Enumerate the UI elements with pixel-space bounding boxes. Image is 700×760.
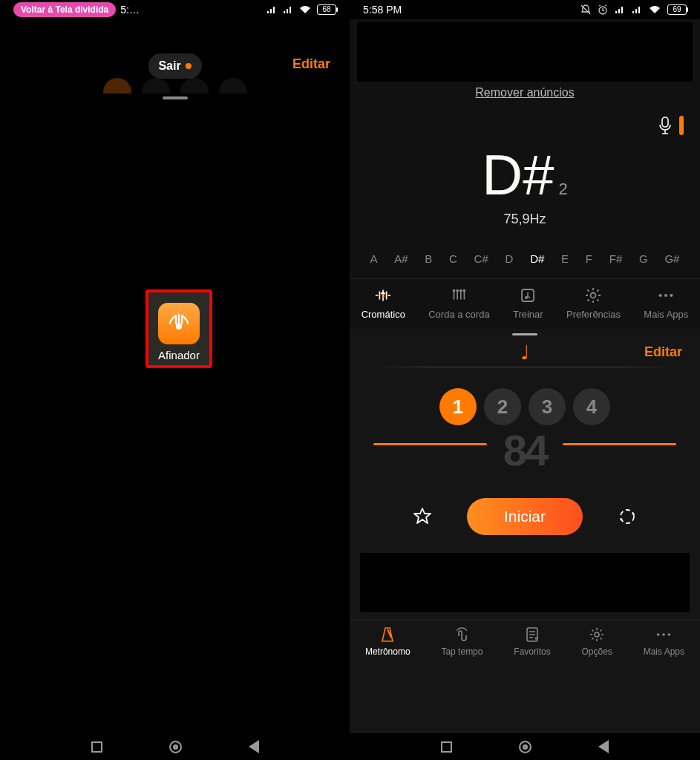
app-icon-highlight[interactable]: Afinador <box>145 289 212 368</box>
metro-tab-tap[interactable]: Tap tempo <box>441 626 483 657</box>
mic-level-meter <box>679 116 684 135</box>
note-strip-item[interactable]: C# <box>474 252 488 265</box>
wifi-icon <box>649 5 661 14</box>
signal-icon <box>266 5 277 14</box>
svg-point-13 <box>621 510 634 523</box>
start-button[interactable]: Iniciar <box>467 498 583 535</box>
svg-point-5 <box>459 289 462 292</box>
left-app-header: Sair Editar <box>0 19 350 64</box>
note-strip-item[interactable]: D <box>506 252 514 265</box>
exit-dot-icon <box>186 63 192 69</box>
split-screen-pill[interactable]: Voltar à Tela dividida <box>13 2 116 17</box>
left-pane: Voltar à Tela dividida 5:… 68 Sair Edita… <box>0 0 350 760</box>
note-strip-item[interactable]: G <box>639 252 648 265</box>
beat-2[interactable]: 2 <box>484 388 521 425</box>
app-icon-label: Afinador <box>158 349 200 361</box>
metro-tab-opc[interactable]: Opções <box>582 626 612 657</box>
home-button[interactable] <box>169 741 182 753</box>
svg-point-12 <box>670 294 673 297</box>
svg-text:#: # <box>382 292 385 300</box>
metro-tab-mais[interactable]: Mais Apps <box>644 626 684 657</box>
note-strip-item[interactable]: A <box>370 252 377 265</box>
tab-label: Treinar <box>513 309 543 320</box>
mais-icon <box>657 286 675 304</box>
note-strip-item[interactable]: E <box>561 252 569 265</box>
sync-button[interactable] <box>617 506 638 527</box>
tempo-value: 84 <box>503 425 547 475</box>
tab-label: Cromático <box>362 309 405 320</box>
favorite-button[interactable] <box>412 506 433 527</box>
tab-label: Mais Apps <box>644 646 684 657</box>
battery-icon: 69 <box>667 4 687 15</box>
note-strip-item[interactable]: B <box>425 252 432 265</box>
tuner-app-icon <box>158 303 200 344</box>
tab-label: Corda a corda <box>428 309 489 320</box>
alarm-icon <box>598 4 608 15</box>
svg-point-16 <box>657 633 660 636</box>
svg-point-6 <box>463 289 466 292</box>
svg-point-8 <box>525 296 528 299</box>
tuner-tab-bar: #CromáticoCorda a cordaTreinarPreferênci… <box>350 278 700 329</box>
split-drag-handle[interactable] <box>163 96 188 99</box>
tab-label: Tap tempo <box>441 646 483 657</box>
note-strip-item[interactable]: C <box>449 252 457 265</box>
note-strip: AA#BCC#DD#EFF#GG# <box>350 227 700 278</box>
metronome-panel: ♩ Editar 1234 84 Iniciar MetrônomoTap te… <box>350 329 700 733</box>
tempo-slider[interactable]: 84 <box>366 443 684 477</box>
note-strip-item[interactable]: F <box>586 252 592 265</box>
tuner-tab-pref[interactable]: Preferências <box>566 286 621 320</box>
signal-icon-2 <box>632 5 642 14</box>
beat-1[interactable]: 1 <box>439 388 477 425</box>
svg-point-11 <box>664 294 667 297</box>
beat-3[interactable]: 3 <box>529 388 566 425</box>
status-bar-right: 5:58 PM 69 <box>350 0 700 19</box>
treinar-icon <box>519 286 537 304</box>
back-button[interactable] <box>598 740 609 753</box>
clock: 5:58 PM <box>363 4 402 16</box>
note-name: D# <box>482 142 554 207</box>
mic-icon[interactable] <box>657 116 673 135</box>
svg-point-3 <box>453 289 456 292</box>
beat-4[interactable]: 4 <box>573 388 610 425</box>
tab-label: Opções <box>582 646 612 657</box>
dnd-icon <box>580 4 591 15</box>
svg-point-4 <box>457 289 459 292</box>
recents-button[interactable] <box>91 741 102 753</box>
back-button[interactable] <box>249 740 259 753</box>
note-strip-item[interactable]: A# <box>394 252 408 265</box>
ad-banner-top[interactable] <box>357 22 693 82</box>
fav-icon <box>524 626 540 643</box>
note-strip-item[interactable]: D# <box>530 252 544 265</box>
metro-tab-fav[interactable]: Favoritos <box>514 626 550 657</box>
metro-tab-met[interactable]: Metrônomo <box>365 626 410 657</box>
note-value-icon[interactable]: ♩ <box>520 341 529 364</box>
tuner-tab-corda[interactable]: Corda a corda <box>428 286 489 320</box>
edit-button-left[interactable]: Editar <box>292 56 330 72</box>
metronome-tab-bar: MetrônomoTap tempoFavoritosOpçõesMais Ap… <box>350 620 700 664</box>
ad-banner-bottom[interactable] <box>360 553 690 612</box>
tuner-tab-treinar[interactable]: Treinar <box>513 286 543 320</box>
corda-icon <box>450 286 468 304</box>
battery-icon: 68 <box>317 4 336 15</box>
note-octave: 2 <box>558 180 567 198</box>
svg-point-15 <box>595 632 599 637</box>
tuner-tab-cromatic[interactable]: #Cromático <box>362 286 405 320</box>
remove-ads-link[interactable]: Remover anúncios <box>350 86 700 108</box>
note-strip-item[interactable]: F# <box>609 252 623 265</box>
wifi-icon <box>299 5 311 14</box>
exit-button[interactable]: Sair <box>148 53 201 79</box>
tab-label: Metrônomo <box>365 646 410 657</box>
right-pane: 5:58 PM 69 Remover anúncios D#2 75,9Hz A… <box>350 0 700 760</box>
mais-icon <box>655 626 672 643</box>
recents-button[interactable] <box>441 741 452 753</box>
svg-rect-1 <box>662 117 668 127</box>
home-button[interactable] <box>519 741 531 753</box>
tab-label: Mais Apps <box>644 309 688 320</box>
edit-button-right[interactable]: Editar <box>644 344 682 360</box>
time-truncated: 5:… <box>120 4 140 16</box>
note-strip-item[interactable]: G# <box>664 252 679 265</box>
home-overlay <box>0 94 350 735</box>
met-icon <box>379 626 396 643</box>
tuner-tab-mais[interactable]: Mais Apps <box>644 286 688 320</box>
panel-drag-handle[interactable] <box>512 333 537 335</box>
